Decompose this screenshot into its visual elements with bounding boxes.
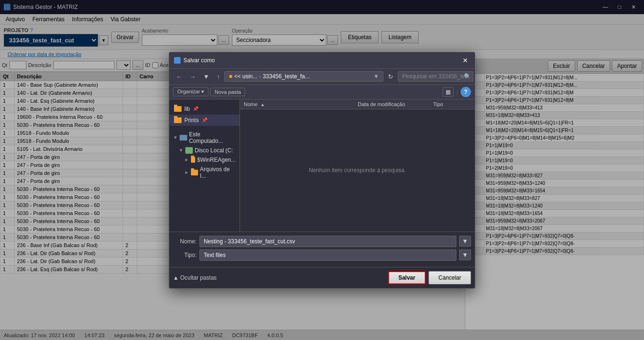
tree-winreagen-label: $WinREAgen...: [197, 157, 236, 163]
dialog-title-icon: [174, 57, 181, 64]
folder-icon-prints: [174, 117, 182, 123]
tree-computer-label: Este Computado...: [189, 131, 236, 144]
tree-item-winreagen[interactable]: ► $WinREAgen...: [169, 155, 239, 165]
sidebar-lib-label: lib: [184, 106, 190, 112]
organize-btn[interactable]: Organizar ▾: [173, 87, 208, 96]
cancel-button[interactable]: Cancelar: [429, 271, 471, 284]
sidebar-item-prints[interactable]: Prints 📌: [169, 115, 239, 126]
path-part2: 333456_teste_fa...: [263, 73, 309, 80]
dialog-nav-toolbar: ← → ▼ ↑ ■ << usin... › 333456_teste_fa..…: [169, 69, 475, 85]
type-dropdown-btn[interactable]: ▼: [459, 249, 471, 260]
path-part1: << usin...: [234, 73, 257, 80]
col-header-type[interactable]: Tipo: [433, 101, 471, 107]
expand-icon-arquivos: ►: [184, 170, 189, 175]
dialog-back-btn[interactable]: ←: [173, 71, 185, 82]
dialog-action-bar: ▲ Ocultar pastas Salvar Cancelar: [169, 267, 475, 288]
dialog-path-bar[interactable]: ■ << usin... › 333456_teste_fa... ▼: [224, 71, 383, 82]
name-dropdown-btn[interactable]: ▼: [459, 236, 471, 247]
dialog-forward-btn[interactable]: →: [187, 71, 198, 82]
tree-item-arquivos[interactable]: ► Arquivos de I...: [169, 165, 239, 181]
path-folder-icon: ■: [229, 73, 232, 80]
view-divider: |: [455, 89, 459, 95]
dialog-title: Salvar como: [183, 57, 215, 64]
tree-item-disk[interactable]: ▼ Disco Local (C:: [169, 146, 239, 155]
dialog-dropdown-btn[interactable]: ▼: [200, 71, 212, 82]
disk-icon: [185, 147, 193, 154]
computer-icon: [180, 135, 187, 141]
sort-arrow-icon: ▲: [260, 102, 264, 107]
dialog-list-body: Nenhum item corresponde à pesquisa.: [240, 109, 475, 232]
save-button[interactable]: Salvar: [388, 271, 426, 284]
path-arrow: ›: [259, 74, 261, 79]
hide-folders-btn[interactable]: ▲ Ocultar pastas: [173, 274, 217, 281]
pin-icon-lib: 📌: [193, 106, 198, 111]
dialog-list-header: Nome ▲ Data de modificação Tipo: [240, 100, 475, 109]
dialog-up-btn[interactable]: ↑: [214, 71, 223, 82]
empty-message: Nenhum item corresponde à pesquisa.: [309, 167, 406, 174]
path-dropdown-arrow: ▼: [373, 73, 379, 80]
file-type-input[interactable]: [199, 249, 456, 261]
view-button[interactable]: ▦: [443, 87, 454, 97]
dialog-sidebar: lib 📌 Prints 📌 ▼ Este Computado... ▼: [169, 100, 240, 232]
new-folder-btn[interactable]: Nova pasta: [210, 88, 245, 96]
dialog-main-area: Nome ▲ Data de modificação Tipo Nenhum i…: [240, 100, 475, 232]
sidebar-prints-label: Prints: [184, 117, 199, 124]
tree-item-computer[interactable]: ▼ Este Computado...: [169, 130, 239, 146]
expand-icon-disk: ▼: [179, 148, 183, 153]
folder-icon: [174, 106, 182, 112]
sidebar-item-lib[interactable]: lib 📌: [169, 103, 239, 115]
dialog-overlay: Salvar como ✕ ← → ▼ ↑ ■ << usin... › 333…: [0, 0, 644, 340]
folder-icon-winreagen: [191, 157, 195, 163]
dialog-close-button[interactable]: ✕: [461, 56, 470, 65]
type-field-label: Tipo:: [173, 252, 197, 258]
pin-icon-prints: 📌: [202, 117, 207, 123]
col-header-name[interactable]: Nome ▲: [244, 101, 358, 107]
expand-icon-winreagen: ►: [184, 157, 189, 162]
dialog-bottom: Nome: ▼ Tipo: ▼: [169, 232, 475, 267]
dialog-title-bar: Salvar como ✕: [169, 52, 475, 69]
search-icon: 🔍: [464, 73, 471, 80]
dialog-refresh-btn[interactable]: ↻: [385, 71, 396, 82]
type-field-row: Tipo: ▼: [173, 249, 471, 261]
help-button[interactable]: ?: [461, 87, 471, 97]
expand-icon-computer: ▼: [173, 135, 178, 140]
col-header-modified[interactable]: Data de modificação: [358, 101, 433, 107]
name-field-label: Nome:: [173, 238, 197, 245]
save-dialog: Salvar como ✕ ← → ▼ ↑ ■ << usin... › 333…: [169, 52, 475, 289]
dialog-search-input[interactable]: [398, 71, 473, 82]
dialog-breadcrumb-bar: Organizar ▾ Nova pasta ▦ | ?: [169, 85, 475, 100]
name-field-row: Nome: ▼: [173, 236, 471, 247]
tree-arquivos-label: Arquivos de I...: [200, 166, 236, 179]
tree-disk-label: Disco Local (C:: [195, 147, 233, 154]
folder-icon-arquivos: [191, 170, 198, 175]
dialog-body: lib 📌 Prints 📌 ▼ Este Computado... ▼: [169, 100, 475, 232]
file-name-input[interactable]: [199, 236, 456, 247]
